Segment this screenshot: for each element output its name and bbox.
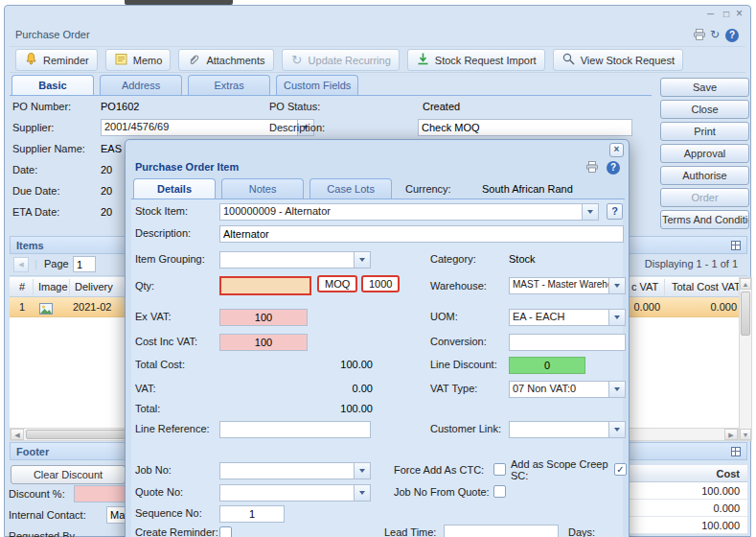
prev-page-button[interactable]: ◀	[13, 257, 29, 272]
tab-case-lots[interactable]: Case Lots	[309, 178, 392, 198]
chevron-down-icon[interactable]	[354, 463, 370, 479]
stock-item-help-button[interactable]: ?	[607, 203, 623, 220]
authorise-button[interactable]: Authorise	[660, 166, 749, 185]
cost-value: 100.000	[701, 520, 740, 531]
tab-custom-fields[interactable]: Custom Fields	[276, 75, 358, 95]
sequence-no-input[interactable]	[219, 505, 285, 523]
lead-time-input[interactable]	[444, 525, 559, 537]
panel-tool-icon[interactable]	[731, 447, 741, 456]
stock-item-combo[interactable]: 100000009 - Alternator	[219, 203, 599, 221]
col-delivery[interactable]: Delivery	[75, 281, 113, 292]
quote-no-combo[interactable]	[219, 484, 371, 502]
row-total-cost-vat: 0.000	[668, 301, 737, 313]
col-num[interactable]: #	[19, 281, 25, 292]
tab-basic[interactable]: Basic	[11, 75, 94, 95]
minimize-icon[interactable]: ─	[707, 9, 714, 19]
approval-button[interactable]: Approval	[660, 144, 749, 163]
moq-annotation-label: MOQ	[317, 275, 357, 292]
qty-input[interactable]	[219, 276, 311, 295]
due-date-value: 20	[101, 185, 112, 197]
chevron-down-icon[interactable]	[608, 310, 625, 325]
close-button[interactable]: Close	[660, 100, 749, 119]
item-grouping-combo[interactable]	[219, 251, 371, 268]
customer-link-combo[interactable]	[509, 421, 626, 438]
tab-extras[interactable]: Extras	[188, 75, 270, 95]
clear-discount-button[interactable]: Clear Discount	[11, 465, 126, 484]
conversion-label: Conversion:	[430, 336, 487, 347]
help-icon[interactable]: ?	[724, 28, 740, 43]
description-input[interactable]	[418, 119, 632, 136]
save-button[interactable]: Save	[660, 78, 749, 97]
line-reference-input[interactable]	[219, 421, 371, 438]
tab-notes[interactable]: Notes	[221, 178, 304, 198]
footer-title: Footer	[16, 446, 49, 457]
main-tabstrip: Basic Address Extras Custom Fields	[10, 75, 652, 96]
chevron-down-icon[interactable]	[354, 485, 370, 501]
panel-tool-icon[interactable]	[731, 241, 741, 250]
print-icon[interactable]	[584, 159, 600, 175]
vscroll-thumb[interactable]	[741, 292, 750, 336]
scroll-up-icon[interactable]: ▲	[740, 278, 751, 290]
update-recurring-button[interactable]: ↻ Update Recurring	[282, 49, 400, 71]
col-total-cost-vat[interactable]: Total Cost VAT	[672, 281, 741, 292]
lead-time-label: Lead Time:	[384, 526, 436, 537]
job-no-combo[interactable]	[219, 462, 371, 479]
description-label: Description:	[269, 122, 325, 133]
vertical-scrollbar[interactable]: ▲ ▼	[739, 277, 752, 441]
reminder-icon	[24, 52, 38, 68]
line-discount-input[interactable]	[509, 357, 585, 374]
cost-column-header[interactable]: Cost	[717, 468, 740, 479]
vat-type-label: VAT Type:	[430, 383, 477, 394]
scroll-down-icon[interactable]: ▼	[740, 429, 751, 440]
uom-combo[interactable]: EA - EACH	[509, 309, 626, 326]
customer-link-label: Customer Link:	[430, 423, 501, 434]
eta-date-value: 20	[101, 206, 112, 218]
eta-date-label: ETA Date:	[12, 206, 59, 218]
update-recurring-label: Update Recurring	[309, 55, 391, 66]
tab-address[interactable]: Address	[100, 75, 182, 95]
maximize-icon[interactable]: □	[723, 9, 729, 19]
stock-request-import-button[interactable]: Stock Request Import	[407, 49, 545, 71]
view-stock-request-button[interactable]: View Stock Request	[553, 49, 683, 71]
scope-creep-checkbox[interactable]: ✓	[614, 463, 627, 476]
close-icon[interactable]: ×	[736, 7, 743, 20]
moq-annotation-value: 1000	[361, 275, 400, 292]
chevron-down-icon[interactable]	[608, 278, 625, 293]
page-number-input[interactable]	[73, 256, 96, 272]
ex-vat-input[interactable]	[219, 309, 308, 326]
help-icon[interactable]: ?	[606, 160, 621, 175]
chevron-down-icon[interactable]	[582, 204, 598, 220]
cost-inc-vat-input[interactable]	[219, 334, 308, 351]
memo-button[interactable]: Memo	[105, 49, 172, 71]
chevron-down-icon[interactable]	[608, 382, 625, 397]
item-description-input[interactable]	[219, 225, 624, 243]
view-stock-request-label: View Stock Request	[581, 55, 675, 66]
reminder-button[interactable]: Reminder	[15, 49, 98, 71]
terms-and-condition-button[interactable]: Terms And Condition	[660, 210, 749, 229]
col-image[interactable]: Image	[38, 281, 68, 292]
refresh-icon[interactable]: ↻	[707, 27, 722, 42]
attachments-button[interactable]: Attachments	[178, 49, 273, 71]
scroll-left-icon[interactable]: ◀	[11, 429, 24, 440]
print-icon[interactable]	[692, 27, 707, 42]
image-icon	[38, 301, 54, 316]
job-no-from-quote-checkbox[interactable]	[493, 485, 506, 498]
conversion-input[interactable]	[509, 334, 626, 351]
chevron-down-icon[interactable]	[354, 252, 370, 268]
scroll-right-icon[interactable]: ▶	[724, 429, 738, 440]
print-button[interactable]: Print	[660, 122, 749, 141]
col-inc-vat[interactable]: c VAT	[631, 281, 658, 292]
vat-type-combo[interactable]: 07 Non VAT:0	[509, 381, 626, 398]
close-icon[interactable]: ×	[609, 143, 624, 157]
uom-label: UOM:	[430, 311, 458, 322]
dialog-title: Purchase Order Item	[135, 161, 239, 173]
create-reminder-checkbox[interactable]	[219, 526, 232, 537]
cost-value: 0.000	[713, 502, 740, 514]
uom-value: EA - EACH	[510, 310, 608, 325]
chevron-down-icon[interactable]	[608, 422, 625, 437]
force-add-ctc-checkbox[interactable]	[493, 463, 506, 476]
import-icon	[416, 52, 430, 68]
warehouse-combo[interactable]: MAST - Master Warehouse	[509, 277, 626, 294]
tab-details[interactable]: Details	[133, 178, 216, 198]
order-button[interactable]: Order	[660, 188, 749, 207]
